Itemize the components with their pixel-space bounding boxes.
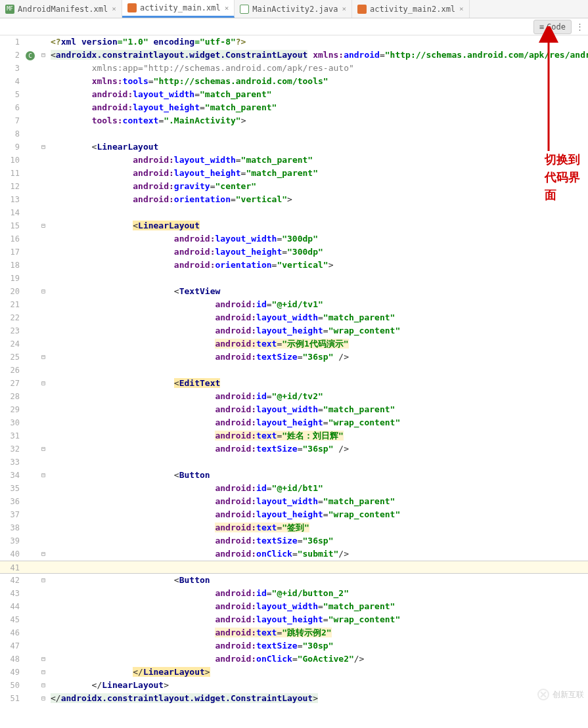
code-line[interactable]: 45 android:layout_height="wrap_content"	[0, 613, 588, 626]
code-line[interactable]: 17 android:layout_height="300dp"	[0, 246, 588, 259]
code-line[interactable]: 27⊟ <EditText	[0, 377, 588, 390]
code-line[interactable]: 14	[0, 206, 588, 219]
code-line[interactable]: 29 android:layout_width="match_parent"	[0, 403, 588, 416]
code-line[interactable]: 21 android:id="@+id/tv1"	[0, 298, 588, 311]
tab-androidmanifest-xml[interactable]: MFAndroidManifest.xml×	[0, 0, 122, 18]
code-line[interactable]: 37 android:layout_height="wrap_content"	[0, 508, 588, 521]
tab-activity_main2-xml[interactable]: activity_main2.xml×	[352, 0, 470, 18]
code-line[interactable]: 40⊟ android:onClick="submit"/>	[0, 547, 588, 561]
line-number: 31	[5, 429, 24, 442]
code-line[interactable]: 26	[0, 364, 588, 377]
code-line[interactable]: 4 xmlns:tools="http://schemas.android.co…	[0, 75, 588, 88]
code-text: android:text="签到"	[48, 521, 588, 534]
close-icon[interactable]: ×	[112, 5, 116, 13]
code-line[interactable]: 46 android:text="跳转示例2"	[0, 626, 588, 639]
fold-toggle[interactable]: ⊟	[39, 653, 48, 666]
fold-toggle[interactable]: ⊟	[39, 219, 48, 232]
watermark-icon	[537, 688, 550, 701]
fold-toggle[interactable]: ⊟	[39, 377, 48, 390]
code-line[interactable]: 23 android:layout_height="wrap_content"	[0, 324, 588, 337]
code-line[interactable]: 43 android:id="@+id/button_2"	[0, 587, 588, 600]
code-line[interactable]: 7 tools:context=".MainActivity">	[0, 114, 588, 127]
code-line[interactable]: 31 android:text="姓名：刘日辉"	[0, 429, 588, 442]
code-line[interactable]: 3 xmlns:app="http://schemas.android.com/…	[0, 62, 588, 75]
code-editor[interactable]: 1<?xml version="1.0" encoding="utf-8"?>2…	[0, 35, 588, 705]
code-line[interactable]: 41	[0, 561, 588, 574]
code-line[interactable]: 30 android:layout_height="wrap_content"	[0, 416, 588, 429]
code-line[interactable]: 13 android:orientation="vertical">	[0, 193, 588, 206]
code-line[interactable]: 22 android:layout_width="match_parent"	[0, 311, 588, 324]
fold-toggle[interactable]: ⊟	[39, 547, 48, 561]
tab-label: MainActivity2.java	[252, 5, 338, 14]
code-line[interactable]: 20⊟ <TextView	[0, 285, 588, 298]
code-line[interactable]: 25⊟ android:textSize="36sp" />	[0, 351, 588, 364]
line-number: 22	[5, 311, 24, 324]
code-line[interactable]: 1<?xml version="1.0" encoding="utf-8"?>	[0, 35, 588, 49]
code-line[interactable]: 6 android:layout_height="match_parent"	[0, 101, 588, 114]
code-line[interactable]: 2C⊟<androidx.constraintlayout.widget.Con…	[0, 49, 588, 62]
line-number: 44	[5, 600, 24, 613]
fold-toggle[interactable]: ⊟	[39, 351, 48, 364]
code-line[interactable]: 48⊟ android:onClick="GoActive2"/>	[0, 653, 588, 666]
code-line[interactable]: 38 android:text="签到"	[0, 521, 588, 534]
code-line[interactable]: 28 android:id="@+id/tv2"	[0, 390, 588, 403]
code-text: android:layout_height="wrap_content"	[48, 324, 588, 337]
code-line[interactable]: 50⊟ </LinearLayout>	[0, 679, 588, 692]
line-number: 3	[5, 62, 24, 75]
code-line[interactable]: 18 android:orientation="vertical">	[0, 259, 588, 272]
code-line[interactable]: 49⊟ </LinearLayout>	[0, 666, 588, 679]
line-number: 46	[5, 626, 24, 639]
code-text: <EditText	[48, 377, 588, 390]
fold-toggle[interactable]: ⊟	[39, 574, 48, 587]
watermark: 创新互联	[537, 688, 584, 701]
code-line[interactable]: 19	[0, 272, 588, 285]
code-text: android:layout_height="match_parent"	[48, 167, 588, 180]
line-number: 42	[5, 574, 24, 587]
code-line[interactable]: 42⊟ <Button	[0, 574, 588, 587]
code-line[interactable]: 10 android:layout_width="match_parent"	[0, 154, 588, 167]
code-line[interactable]: 34⊟ <Button	[0, 469, 588, 482]
more-icon[interactable]: ⋮	[576, 22, 584, 32]
fold-toggle[interactable]: ⊟	[39, 692, 48, 705]
tab-mainactivity2-java[interactable]: CMainActivity2.java×	[235, 0, 352, 18]
code-text: tools:context=".MainActivity">	[48, 114, 588, 127]
code-line[interactable]: 8	[0, 127, 588, 140]
code-line[interactable]: 16 android:layout_width="300dp"	[0, 232, 588, 246]
class-marker-icon: C	[26, 51, 35, 60]
code-text: android:onClick="submit"/>	[48, 547, 588, 561]
code-line[interactable]: 15⊟ <LinearLayout	[0, 219, 588, 232]
tab-activity_main-xml[interactable]: activity_main.xml×	[122, 0, 235, 18]
code-view-label: Code	[547, 22, 566, 32]
code-line[interactable]: 12 android:gravity="center"	[0, 180, 588, 193]
fold-toggle[interactable]: ⊟	[39, 469, 48, 482]
line-number: 14	[5, 206, 24, 219]
code-line[interactable]: 35 android:id="@+id/bt1"	[0, 482, 588, 495]
code-line[interactable]: 24 android:text="示例1代码演示"	[0, 337, 588, 351]
line-number: 39	[5, 534, 24, 547]
fold-toggle[interactable]: ⊟	[39, 49, 48, 62]
code-line[interactable]: 32⊟ android:textSize="36sp" />	[0, 442, 588, 456]
code-line[interactable]: 33	[0, 456, 588, 469]
code-line[interactable]: 51⊟</androidx.constraintlayout.widget.Co…	[0, 692, 588, 705]
fold-toggle[interactable]: ⊟	[39, 666, 48, 679]
fold-toggle[interactable]: ⊟	[39, 140, 48, 154]
gutter-marker: C	[24, 49, 37, 62]
line-number: 6	[5, 101, 24, 114]
code-line[interactable]: 11 android:layout_height="match_parent"	[0, 167, 588, 180]
code-line[interactable]: 47 android:textSize="30sp"	[0, 639, 588, 653]
code-view-button[interactable]: ≡ Code	[533, 20, 572, 34]
fold-toggle[interactable]: ⊟	[39, 285, 48, 298]
close-icon[interactable]: ×	[225, 4, 229, 12]
code-line[interactable]: 44 android:layout_width="match_parent"	[0, 600, 588, 613]
fold-toggle[interactable]: ⊟	[39, 679, 48, 692]
line-number: 38	[5, 521, 24, 534]
line-number: 29	[5, 403, 24, 416]
code-text: android:layout_width="match_parent"	[48, 311, 588, 324]
close-icon[interactable]: ×	[459, 5, 464, 13]
code-line[interactable]: 36 android:layout_width="match_parent"	[0, 495, 588, 508]
code-line[interactable]: 5 android:layout_width="match_parent"	[0, 88, 588, 101]
close-icon[interactable]: ×	[342, 5, 346, 13]
code-line[interactable]: 39 android:textSize="36sp"	[0, 534, 588, 547]
fold-toggle[interactable]: ⊟	[39, 442, 48, 456]
code-line[interactable]: 9⊟ <LinearLayout	[0, 140, 588, 154]
